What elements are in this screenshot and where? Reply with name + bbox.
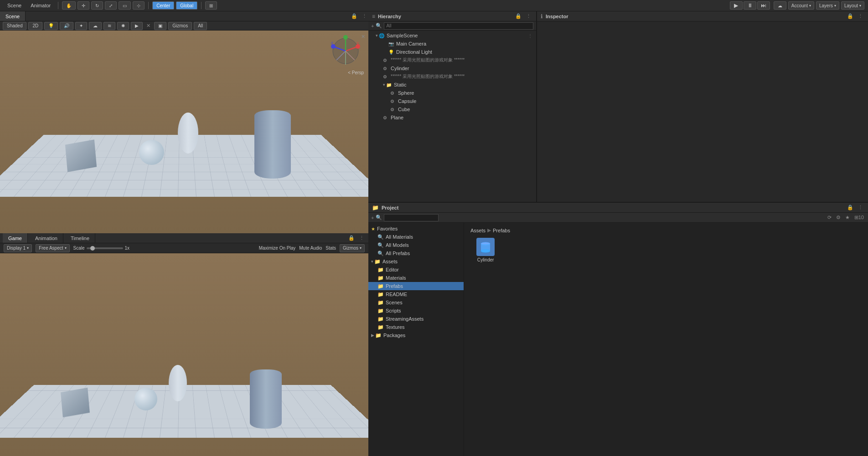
scene-effects-btn[interactable]: ✦ [75, 22, 87, 30]
readme-folder[interactable]: 📁 README [368, 290, 464, 298]
scene-content[interactable]: ✕ X Y [0, 31, 368, 233]
scene-3d[interactable]: ✕ X Y [0, 31, 368, 233]
pivot-btn[interactable]: Center [152, 1, 174, 10]
tree-item-cube[interactable]: ⚙ Cube [368, 105, 536, 113]
tree-item-unnamed1[interactable]: ⚙ ****** 采用光照贴图的游戏对象 ****** [368, 56, 536, 64]
play-button[interactable]: ▶ [730, 1, 743, 10]
scene-sky-btn[interactable]: ☁ [89, 22, 102, 30]
favorites-group[interactable]: ★ Favorites [368, 225, 464, 233]
all-materials-item[interactable]: 🔍 All Materials [368, 233, 464, 241]
hier-lock-btn[interactable]: 🔒 [514, 13, 523, 20]
game-more-btn[interactable]: ⋮ [358, 235, 366, 241]
game-tab[interactable]: Game [3, 233, 28, 243]
animation-tab[interactable]: Animation [30, 233, 63, 243]
scene-flares-btn[interactable]: ✺ [117, 22, 129, 30]
stats-label[interactable]: Stats [326, 246, 336, 251]
tree-item-dir-light[interactable]: 💡 Directional Light [368, 48, 536, 56]
space-btn[interactable]: Global [176, 1, 197, 10]
tree-item-main-camera[interactable]: 📷 Main Camera [368, 40, 536, 48]
scene-more[interactable]: ⋮ [528, 33, 536, 38]
scene-x-btn[interactable]: ✕ [146, 23, 150, 29]
insp-more-btn[interactable]: ⋮ [857, 13, 864, 20]
assets-expand-icon[interactable]: ▾ [371, 259, 373, 264]
packages-group[interactable]: ▶ 📁 Packages [368, 331, 464, 339]
tree-item-unnamed2[interactable]: ⚙ ****** 采用光照贴图的游戏对象 ****** [368, 72, 536, 81]
hier-more-btn[interactable]: ⋮ [525, 13, 532, 20]
game-toolbar: Game Animation Timeline 🔒 ⋮ [0, 233, 368, 243]
expand-sample-scene[interactable]: ▾ [376, 33, 378, 38]
packages-expand-icon[interactable]: ▶ [371, 333, 374, 338]
editor-folder[interactable]: 📁 Editor [368, 266, 464, 274]
tab-scene[interactable]: Scene [4, 2, 25, 9]
prefabs-folder[interactable]: 📁 Prefabs [368, 282, 464, 290]
proj-star-btn[interactable]: ★ [844, 214, 851, 221]
tool-rect[interactable]: ▭ [119, 1, 131, 10]
camera-icon: 📷 [388, 41, 395, 46]
asset-cylinder[interactable]: Cylinder [470, 236, 501, 264]
layout-dropdown[interactable]: Layout [841, 1, 864, 10]
display-dropdown[interactable]: Display 1 [4, 244, 32, 252]
scene-audio-btn[interactable]: 🔊 [60, 22, 73, 30]
tool-scale[interactable]: ⤢ [105, 1, 117, 10]
editor-label: Editor [386, 267, 399, 272]
tree-item-plane[interactable]: ⚙ Plane [368, 113, 536, 122]
expand-static[interactable]: ▾ [383, 82, 385, 87]
tool-rotate[interactable]: ↻ [91, 1, 103, 10]
proj-lock-btn[interactable]: 🔒 [846, 204, 855, 211]
gizmos-btn[interactable]: Gizmos [168, 22, 192, 30]
game-gizmos-dropdown[interactable]: Gizmos [340, 244, 365, 252]
tool-transform[interactable]: ⊹ [133, 1, 145, 10]
scene-tab[interactable]: Scene [0, 11, 26, 21]
materials-folder[interactable]: 📁 Materials [368, 274, 464, 282]
scale-value: 1x [125, 246, 130, 251]
scale-track[interactable] [87, 247, 123, 249]
layers-dropdown[interactable]: Layers [816, 1, 839, 10]
tree-item-static[interactable]: ▾ 📁 Static [368, 81, 536, 89]
hier-add-btn[interactable]: + [371, 23, 374, 29]
scene-lights-btn[interactable]: 💡 [44, 22, 58, 30]
proj-add-btn[interactable]: + [371, 215, 374, 220]
grid-btn[interactable]: ⊞ [205, 1, 217, 10]
proj-settings-btn[interactable]: ⚙ [835, 214, 842, 221]
scenes-folder[interactable]: 📁 Scenes [368, 298, 464, 307]
insp-lock-btn[interactable]: 🔒 [846, 13, 855, 20]
game-lock-btn[interactable]: 🔒 [347, 235, 356, 241]
tree-item-capsule[interactable]: ⚙ Capsule [368, 97, 536, 105]
tool-hand[interactable]: ✋ [62, 1, 76, 10]
scene-animated-btn[interactable]: ▶ [131, 22, 143, 30]
game-content[interactable] [0, 253, 368, 456]
proj-sync-btn[interactable]: ⟳ [826, 214, 833, 221]
materials-label: Materials [386, 275, 406, 281]
tree-item-cylinder[interactable]: ⚙ Cylinder [368, 64, 536, 72]
scene-fog-btn[interactable]: ≋ [103, 22, 115, 30]
camera-size-btn[interactable]: ▣ [154, 22, 166, 30]
shading-dropdown[interactable]: Shaded [3, 22, 26, 30]
tool-move[interactable]: ✛ [78, 1, 89, 10]
tree-item-sphere[interactable]: ⚙ Sphere [368, 89, 536, 97]
assets-group[interactable]: ▾ 📁 Assets [368, 257, 464, 266]
account-dropdown[interactable]: Account [788, 1, 814, 10]
scripts-folder[interactable]: 📁 Scripts [368, 307, 464, 315]
hierarchy-search-input[interactable] [384, 22, 533, 30]
project-search-input[interactable] [384, 214, 439, 221]
all-btn[interactable]: All [194, 22, 207, 30]
view-2d-btn[interactable]: 2D [28, 22, 42, 30]
textures-folder[interactable]: 📁 Textures [368, 323, 464, 331]
scene-lock-btn[interactable]: 🔒 [350, 13, 359, 20]
scene-more-btn[interactable]: ⋮ [361, 13, 368, 20]
proj-more-btn[interactable]: ⋮ [857, 204, 864, 211]
tab-animator[interactable]: Animator [27, 2, 54, 9]
timeline-tab[interactable]: Timeline [65, 233, 95, 243]
streaming-folder[interactable]: 📁 StreamingAssets [368, 315, 464, 323]
pause-button[interactable]: ⏸ [744, 1, 756, 10]
aspect-dropdown[interactable]: Free Aspect [36, 244, 69, 252]
all-models-item[interactable]: 🔍 All Models [368, 241, 464, 249]
tree-item-sample-scene[interactable]: ▾ 🌐 SampleScene ⋮ [368, 31, 536, 40]
maximize-label[interactable]: Maximize On Play [259, 246, 296, 251]
breadcrumb-assets[interactable]: Assets [470, 228, 486, 233]
collab-btn[interactable]: ☁ [774, 1, 786, 10]
mute-label[interactable]: Mute Audio [299, 246, 322, 251]
step-button[interactable]: ⏭ [757, 1, 770, 10]
breadcrumb-prefabs[interactable]: Prefabs [493, 228, 510, 233]
all-prefabs-item[interactable]: 🔍 All Prefabs [368, 249, 464, 257]
